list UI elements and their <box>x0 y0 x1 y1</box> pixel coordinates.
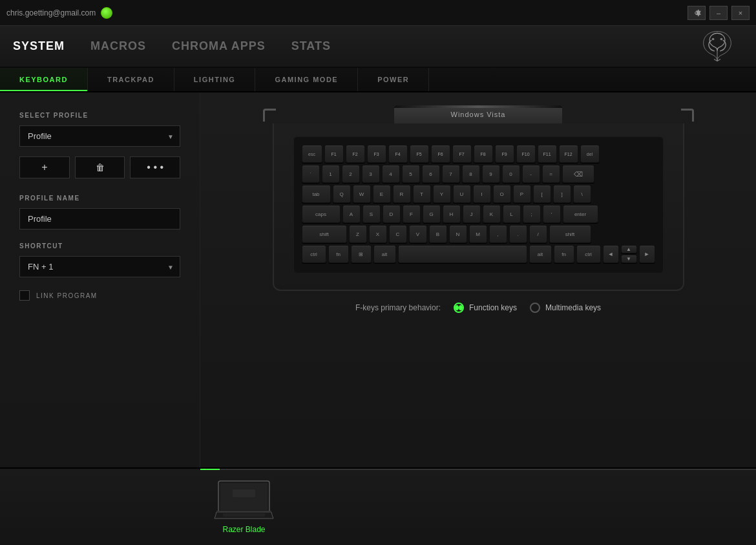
key-enter[interactable]: enter <box>563 205 598 223</box>
key-c[interactable]: C <box>389 225 407 243</box>
key-1[interactable]: 1 <box>322 165 340 183</box>
key-5[interactable]: 5 <box>402 165 420 183</box>
key-e[interactable]: E <box>373 185 391 203</box>
key-f[interactable]: F <box>403 205 421 223</box>
key-comma[interactable]: , <box>489 225 507 243</box>
key-q[interactable]: Q <box>333 185 351 203</box>
device-item-razer-blade[interactable]: Razer Blade <box>213 480 275 534</box>
key-7[interactable]: 7 <box>442 165 460 183</box>
key-f2[interactable]: F2 <box>346 145 365 163</box>
key-9[interactable]: 9 <box>482 165 500 183</box>
key-h[interactable]: H <box>443 205 461 223</box>
key-equals[interactable]: = <box>542 165 560 183</box>
key-f12[interactable]: F12 <box>559 145 578 163</box>
key-del[interactable]: del <box>580 145 600 163</box>
key-k[interactable]: K <box>483 205 501 223</box>
function-keys-option[interactable]: Function keys <box>454 303 517 313</box>
key-f7[interactable]: F7 <box>452 145 472 163</box>
key-f8[interactable]: F8 <box>474 145 493 163</box>
key-f5[interactable]: F5 <box>410 145 429 163</box>
multimedia-keys-option[interactable]: Multimedia keys <box>530 303 601 313</box>
function-keys-radio[interactable] <box>454 303 464 313</box>
key-minus[interactable]: - <box>522 165 540 183</box>
more-options-button[interactable]: • • • <box>130 156 180 178</box>
profile-name-input[interactable] <box>19 208 180 230</box>
key-rbracket[interactable]: ] <box>553 185 571 203</box>
key-2[interactable]: 2 <box>342 165 360 183</box>
key-l[interactable]: L <box>503 205 521 223</box>
shortcut-dropdown[interactable]: FN + 1 <box>19 256 180 277</box>
nav-item-chroma-apps[interactable]: CHROMA APPS <box>172 39 266 53</box>
key-windows[interactable]: ⊞ <box>351 245 372 263</box>
key-z[interactable]: Z <box>349 225 367 243</box>
sub-nav-keyboard[interactable]: KEYBOARD <box>0 68 88 91</box>
close-button[interactable]: × <box>731 6 750 20</box>
sub-nav-lighting[interactable]: LIGHTING <box>174 68 256 91</box>
key-b[interactable]: B <box>429 225 447 243</box>
key-d[interactable]: D <box>383 205 401 223</box>
key-o[interactable]: O <box>493 185 511 203</box>
key-a[interactable]: A <box>342 205 361 223</box>
delete-profile-button[interactable]: 🗑 <box>75 156 125 178</box>
key-backtick[interactable]: ` <box>302 165 320 183</box>
key-alt-right[interactable]: alt <box>529 245 552 263</box>
add-profile-button[interactable]: + <box>19 156 70 178</box>
key-m[interactable]: M <box>469 225 487 243</box>
key-ctrl-right[interactable]: ctrl <box>576 245 601 263</box>
key-semicolon[interactable]: ; <box>523 205 541 223</box>
nav-item-macros[interactable]: MACROS <box>90 39 146 53</box>
key-period[interactable]: . <box>509 225 527 243</box>
key-f10[interactable]: F10 <box>516 145 536 163</box>
key-4[interactable]: 4 <box>382 165 400 183</box>
key-w[interactable]: W <box>353 185 371 203</box>
key-fn-right[interactable]: fn <box>554 245 574 263</box>
key-f9[interactable]: F9 <box>495 145 514 163</box>
nav-item-system[interactable]: SYSTEM <box>13 39 65 53</box>
minimize-button[interactable]: – <box>709 6 728 20</box>
key-f4[interactable]: F4 <box>388 145 408 163</box>
key-6[interactable]: 6 <box>422 165 440 183</box>
key-t[interactable]: T <box>413 185 431 203</box>
profile-dropdown[interactable]: Profile <box>19 125 180 147</box>
sub-nav-trackpad[interactable]: TRACKPAD <box>88 68 174 91</box>
sub-nav-power[interactable]: POWER <box>358 68 429 91</box>
link-program-checkbox[interactable] <box>19 290 30 301</box>
sub-nav-gaming-mode[interactable]: GAMING MODE <box>255 68 358 91</box>
key-f1[interactable]: F1 <box>324 145 344 163</box>
key-0[interactable]: 0 <box>502 165 520 183</box>
key-shift-left[interactable]: shift <box>302 225 347 243</box>
key-8[interactable]: 8 <box>462 165 480 183</box>
key-lbracket[interactable]: [ <box>533 185 551 203</box>
key-arrow-up[interactable]: ▲ <box>621 245 637 253</box>
key-quote[interactable]: ' <box>543 205 561 223</box>
key-3[interactable]: 3 <box>362 165 380 183</box>
key-n[interactable]: N <box>449 225 467 243</box>
nav-item-stats[interactable]: STATS <box>291 39 331 53</box>
key-esc[interactable]: esc <box>302 145 322 163</box>
key-p[interactable]: P <box>513 185 531 203</box>
key-arrow-down[interactable]: ▼ <box>621 255 637 263</box>
settings-button[interactable] <box>688 6 706 20</box>
key-j[interactable]: J <box>463 205 481 223</box>
multimedia-keys-radio[interactable] <box>530 303 540 313</box>
key-u[interactable]: U <box>453 185 471 203</box>
key-caps[interactable]: caps <box>302 205 341 223</box>
key-i[interactable]: I <box>473 185 491 203</box>
key-v[interactable]: V <box>409 225 427 243</box>
key-alt-left[interactable]: alt <box>373 245 396 263</box>
key-shift-right[interactable]: shift <box>549 225 591 243</box>
key-x[interactable]: X <box>369 225 387 243</box>
key-y[interactable]: Y <box>433 185 451 203</box>
key-slash[interactable]: / <box>529 225 547 243</box>
key-arrow-left[interactable]: ◄ <box>603 245 619 263</box>
key-backspace[interactable]: ⌫ <box>562 165 594 183</box>
key-f3[interactable]: F3 <box>367 145 386 163</box>
key-space[interactable] <box>398 245 527 263</box>
key-tab[interactable]: tab <box>302 185 331 203</box>
key-ctrl-left[interactable]: ctrl <box>302 245 326 263</box>
key-g[interactable]: G <box>423 205 441 223</box>
key-arrow-right[interactable]: ► <box>639 245 655 263</box>
key-backslash[interactable]: \ <box>573 185 591 203</box>
key-f6[interactable]: F6 <box>431 145 450 163</box>
key-s[interactable]: S <box>362 205 381 223</box>
